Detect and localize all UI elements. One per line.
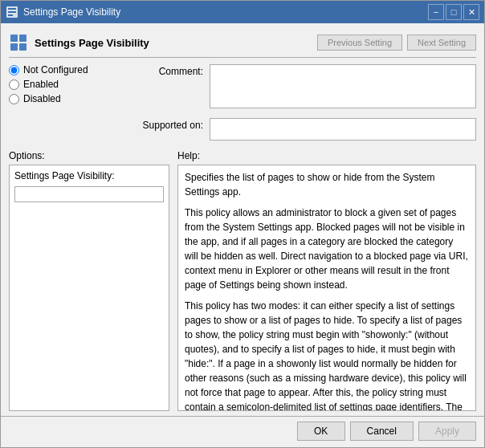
radio-disabled-label: Disabled — [23, 93, 61, 104]
supported-textarea[interactable] — [210, 118, 476, 141]
navigation-buttons: Previous Setting Next Setting — [317, 35, 476, 51]
radio-enabled-label: Enabled — [23, 79, 59, 90]
radio-section: Not Configured Enabled Disabled — [9, 64, 105, 139]
radio-enabled[interactable]: Enabled — [9, 79, 105, 90]
help-para-1: Specifies the list of pages to show or h… — [185, 170, 469, 199]
options-input-row — [14, 186, 164, 202]
svg-rect-6 — [10, 43, 18, 51]
minimize-button[interactable]: − — [428, 4, 444, 20]
help-panel: Help: Specifies the list of pages to sho… — [177, 150, 476, 411]
next-setting-button[interactable]: Next Setting — [407, 35, 476, 51]
ok-button[interactable]: OK — [297, 422, 345, 441]
options-box: Settings Page Visibility: — [9, 165, 169, 411]
main-panels: Options: Settings Page Visibility: Help:… — [9, 150, 476, 411]
svg-rect-7 — [19, 43, 26, 51]
radio-enabled-input[interactable] — [9, 79, 19, 90]
content-area: Settings Page Visibility Previous Settin… — [1, 23, 484, 416]
radio-disabled-input[interactable] — [9, 94, 19, 104]
supported-field-row: Supported on: — [113, 118, 476, 141]
comment-label: Comment: — [113, 64, 210, 108]
radio-disabled[interactable]: Disabled — [9, 93, 105, 104]
svg-rect-3 — [8, 14, 13, 16]
radio-not-configured[interactable]: Not Configured — [9, 64, 105, 75]
title-bar: Settings Page Visibility − □ ✕ — [1, 1, 484, 23]
help-para-2: This policy allows an administrator to b… — [185, 206, 469, 292]
previous-setting-button[interactable]: Previous Setting — [317, 35, 402, 51]
dialog-header-title: Settings Page Visibility — [35, 37, 317, 49]
bottom-bar: OK Cancel Apply — [1, 416, 484, 447]
help-label: Help: — [177, 150, 476, 161]
cancel-button[interactable]: Cancel — [350, 422, 414, 441]
settings-page-visibility-label: Settings Page Visibility: — [14, 170, 164, 181]
header-section: Settings Page Visibility Previous Settin… — [9, 30, 476, 58]
form-fields: Comment: Supported on: — [113, 64, 476, 145]
svg-rect-4 — [10, 35, 18, 42]
window-title: Settings Page Visibility — [23, 6, 428, 18]
svg-rect-2 — [8, 11, 16, 13]
top-form: Not Configured Enabled Disabled Comment: — [9, 64, 476, 145]
svg-rect-5 — [19, 35, 26, 42]
window-icon — [6, 6, 18, 18]
radio-not-configured-label: Not Configured — [23, 64, 88, 75]
close-button[interactable]: ✕ — [463, 4, 479, 20]
comment-field-row: Comment: — [113, 64, 476, 108]
maximize-button[interactable]: □ — [446, 4, 462, 20]
help-para-3: This policy has two modes: it can either… — [185, 299, 469, 411]
settings-icon — [9, 33, 28, 52]
settings-dialog: Settings Page Visibility − □ ✕ Settings … — [0, 0, 485, 448]
help-content-box[interactable]: Specifies the list of pages to show or h… — [177, 165, 476, 411]
supported-label: Supported on: — [113, 118, 210, 141]
options-panel: Options: Settings Page Visibility: — [9, 150, 169, 411]
settings-page-input[interactable] — [14, 186, 164, 202]
svg-rect-1 — [8, 8, 16, 10]
apply-button[interactable]: Apply — [418, 422, 476, 441]
comment-textarea[interactable] — [210, 64, 476, 108]
radio-not-configured-input[interactable] — [9, 65, 19, 75]
window-controls: − □ ✕ — [428, 4, 479, 20]
options-label: Options: — [9, 150, 169, 161]
